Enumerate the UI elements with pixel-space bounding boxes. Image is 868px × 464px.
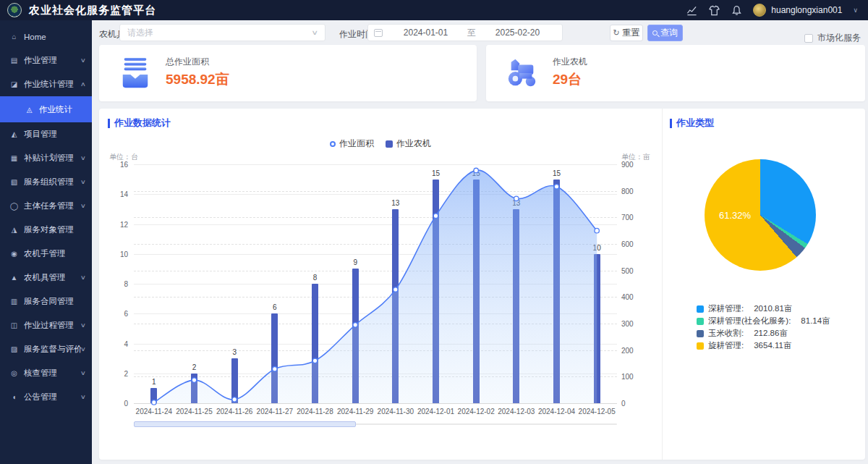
username[interactable]: huanglongxian001 — [771, 5, 842, 15]
line-marker — [474, 168, 478, 172]
org-icon: ▧ — [9, 178, 19, 186]
sidebar-subitem-label: 作业统计 — [39, 104, 92, 115]
query-button[interactable]: 查询 — [647, 25, 683, 41]
square-marker-icon — [697, 318, 704, 325]
legend-item-作业面积[interactable]: 作业面积 — [330, 138, 374, 150]
date-separator: 至 — [464, 27, 479, 39]
evaluation-icon: ▨ — [9, 345, 19, 353]
machine-select[interactable]: 请选择 ∨ — [119, 24, 326, 41]
y-axis-tick-right: 400 — [621, 293, 649, 301]
sidebar-item-label: 补贴计划管理 — [24, 153, 81, 164]
y-axis-tick-left: 2 — [105, 370, 128, 378]
chevron-down-icon: ∨ — [80, 346, 86, 353]
chevron-down-icon: ∨ — [80, 322, 86, 329]
line-marker — [192, 378, 196, 382]
pie-legend-item-旋耕管理[interactable]: 旋耕管理:3654.11亩 — [697, 339, 830, 352]
market-service-label: 市场化服务 — [817, 32, 861, 44]
x-axis-label: 2024-12-05 — [579, 408, 616, 416]
pie-legend-item-深耕管理[interactable]: 深耕管理:2010.81亩 — [697, 303, 830, 315]
sidebar-item-服务合同管理[interactable]: ▥服务合同管理 — [0, 290, 92, 313]
legend-item-作业农机[interactable]: 作业农机 — [386, 138, 431, 150]
sidebar-item-农机手管理[interactable]: ◉农机手管理 — [0, 242, 92, 266]
pie-legend-name: 深耕管理(社会化服务): — [708, 316, 791, 326]
subsidy-icon: ▦ — [9, 154, 19, 162]
sidebar-item-label: 服务监督与评价管理 — [24, 344, 81, 355]
pie-legend-item-深耕管理(社会化服务)[interactable]: 深耕管理(社会化服务):81.14亩 — [697, 315, 830, 327]
data-zoom-handle[interactable] — [134, 421, 356, 427]
sidebar-item-主体任务管理[interactable]: ◯主体任务管理∨ — [0, 194, 92, 218]
theme-shirt-icon[interactable] — [708, 4, 720, 16]
pie-slice-label: 61.32% — [719, 210, 751, 221]
chevron-down-icon: ∨ — [312, 29, 319, 36]
sidebar-item-label: 作业统计管理 — [24, 79, 81, 90]
sidebar-item-补贴计划管理[interactable]: ▦补贴计划管理∨ — [0, 146, 92, 170]
combo-chart-title-text: 作业数据统计 — [114, 117, 171, 130]
reset-button[interactable]: ↻ 重置 — [610, 25, 643, 41]
x-axis-label: 2024-12-01 — [417, 408, 454, 416]
square-marker-icon — [697, 330, 704, 337]
sidebar-item-服务组织管理[interactable]: ▧服务组织管理∨ — [0, 170, 92, 194]
y-axis-tick-left: 10 — [105, 250, 128, 258]
legend-label: 作业面积 — [339, 138, 374, 150]
sidebar-item-作业管理[interactable]: ▤作业管理∨ — [0, 48, 92, 72]
sidebar-item-核查管理[interactable]: ◎核查管理∨ — [0, 361, 92, 385]
inbox-icon — [118, 56, 153, 90]
x-axis-label: 2024-11-27 — [257, 408, 293, 416]
y-axis-tick-left: 12 — [105, 221, 128, 229]
sidebar-item-label: 作业管理 — [24, 55, 81, 66]
pie-legend-item-玉米收割[interactable]: 玉米收割:212.86亩 — [697, 327, 830, 339]
y-axis-tick-right: 0 — [621, 400, 649, 408]
driver-icon: ◉ — [9, 250, 19, 258]
date-range-picker[interactable]: 2024-01-01 至 2025-02-20 — [367, 24, 563, 41]
bell-icon[interactable] — [731, 4, 742, 16]
home-icon: ⌂ — [9, 33, 19, 41]
chevron-down-icon: ∨ — [80, 57, 86, 64]
line-chart-icon[interactable] — [686, 4, 697, 16]
sidebar-item-作业统计管理[interactable]: ◪作业统计管理∧ — [0, 72, 92, 96]
y-axis-tick-right: 600 — [621, 240, 649, 248]
sidebar-item-label: 核查管理 — [24, 368, 81, 379]
combo-chart-plot: 0246810121416010020030040050060070080090… — [134, 164, 617, 403]
pie-chart: 61.32% — [705, 159, 816, 271]
legend-label: 作业农机 — [396, 138, 431, 150]
contract-icon: ▥ — [9, 298, 19, 305]
x-axis-label: 2024-12-04 — [538, 408, 575, 416]
square-marker-icon — [697, 305, 704, 313]
y-axis-tick-right: 700 — [621, 214, 649, 222]
market-service-checkbox[interactable]: 市场化服务 — [804, 32, 861, 44]
main-content: 农机具 请选择 ∨ 作业时间 2024-01-01 至 2025-02-20 ↻… — [92, 20, 868, 464]
sidebar-item-服务对象管理[interactable]: ◮服务对象管理 — [0, 218, 92, 242]
machine-select-placeholder: 请选择 — [127, 27, 312, 39]
line-marker — [554, 185, 558, 189]
x-axis-label: 2024-12-02 — [458, 408, 495, 416]
title-accent-bar — [670, 119, 672, 128]
query-button-label: 查询 — [660, 27, 678, 39]
pie-legend: 深耕管理:2010.81亩深耕管理(社会化服务):81.14亩玉米收割:212.… — [697, 303, 830, 352]
user-avatar[interactable] — [753, 4, 766, 17]
sidebar-item-label: Home — [24, 33, 85, 41]
date-end-input[interactable]: 2025-02-20 — [479, 28, 556, 38]
charts-panel: 作业数据统计 作业面积作业农机 单位：台 单位：亩 02468101214160… — [99, 109, 865, 460]
checkbox-icon[interactable] — [804, 34, 813, 43]
data-zoom-slider[interactable] — [134, 421, 617, 427]
sidebar-item-label: 农机手管理 — [24, 248, 85, 259]
x-axis-label: 2024-11-28 — [297, 408, 333, 416]
sidebar-item-Home[interactable]: ⌂Home — [0, 25, 92, 48]
app-title: 农业社会化服务监管平台 — [29, 4, 156, 17]
sidebar-item-label: 服务组织管理 — [24, 177, 81, 187]
sidebar-item-公告管理[interactable]: ◖公告管理∨ — [0, 385, 92, 409]
sidebar-subitem-作业统计[interactable]: ◬作业统计 — [0, 96, 92, 122]
pie-legend-name: 深耕管理: — [708, 303, 744, 314]
sidebar-item-服务监督与评价管理[interactable]: ▨服务监督与评价管理∨ — [0, 337, 92, 361]
sidebar-item-作业过程管理[interactable]: ◫作业过程管理∨ — [0, 313, 92, 337]
y-axis-tick-right: 800 — [621, 187, 649, 195]
chevron-down-icon: ∨ — [80, 394, 86, 400]
line-marker — [152, 400, 156, 405]
sidebar-item-农机具管理[interactable]: ▲农机具管理∨ — [0, 266, 92, 290]
reset-button-label: 重置 — [623, 27, 640, 39]
job-stats-icon: ◬ — [25, 106, 34, 114]
sidebar-item-项目管理[interactable]: ◭项目管理 — [0, 122, 92, 146]
chevron-down-icon[interactable]: ∨ — [853, 7, 858, 14]
date-start-input[interactable]: 2024-01-01 — [387, 28, 464, 38]
header-actions: huanglongxian001 ∨ — [686, 4, 858, 17]
